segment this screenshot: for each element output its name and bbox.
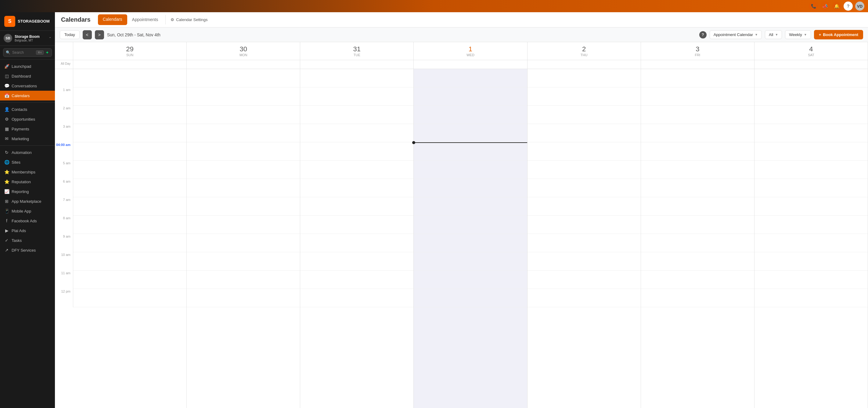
cal-cell[interactable]	[528, 234, 641, 252]
sidebar-item-mobile_app[interactable]: 📱Mobile App	[0, 206, 55, 216]
cal-cell[interactable]	[73, 142, 186, 161]
day-col-sat[interactable]	[754, 69, 868, 408]
cal-cell[interactable]	[73, 197, 186, 215]
sidebar-item-reporting[interactable]: 📈Reporting	[0, 186, 55, 196]
cal-cell[interactable]	[187, 124, 300, 142]
cal-cell[interactable]	[187, 142, 300, 161]
cal-cell[interactable]	[187, 215, 300, 234]
sidebar-item-app_marketplace[interactable]: ⊞App Marketplace	[0, 196, 55, 206]
cal-cell[interactable]	[641, 252, 754, 270]
cal-cell[interactable]	[300, 106, 413, 124]
cal-cell[interactable]	[300, 215, 413, 234]
help-icon[interactable]: ?	[844, 2, 853, 11]
cal-cell[interactable]	[300, 142, 413, 161]
cal-cell[interactable]	[300, 197, 413, 215]
cal-cell[interactable]	[414, 142, 527, 161]
day-col-fri[interactable]	[641, 69, 754, 408]
sidebar-item-plai_ads[interactable]: ▶Plai Ads	[0, 226, 55, 235]
cal-cell[interactable]	[641, 215, 754, 234]
sidebar-item-conversations[interactable]: 💬Conversations	[0, 81, 55, 91]
cal-cell[interactable]	[754, 124, 868, 142]
calendar-body[interactable]: 1 am2 am3 am04:00 am5 am6 am7 am8 am9 am…	[55, 69, 868, 408]
cal-cell[interactable]	[300, 124, 413, 142]
cal-cell[interactable]	[414, 69, 527, 87]
cal-cell[interactable]	[300, 270, 413, 289]
cal-cell[interactable]	[754, 234, 868, 252]
sidebar-item-calendars[interactable]: 📅Calendars	[0, 91, 55, 100]
sidebar-item-reputation[interactable]: ⭐Reputation	[0, 177, 55, 186]
cal-cell[interactable]	[754, 270, 868, 289]
cal-cell[interactable]	[187, 106, 300, 124]
cal-cell[interactable]	[187, 289, 300, 307]
search-input[interactable]	[12, 50, 34, 55]
cal-cell[interactable]	[528, 69, 641, 87]
cal-cell[interactable]	[414, 106, 527, 124]
cal-cell[interactable]	[300, 69, 413, 87]
cal-cell[interactable]	[300, 252, 413, 270]
cal-cell[interactable]	[187, 252, 300, 270]
cal-cell[interactable]	[187, 87, 300, 106]
cal-cell[interactable]	[641, 234, 754, 252]
cal-cell[interactable]	[414, 252, 527, 270]
tab-calendar-settings[interactable]: ⚙ Calendar Settings	[165, 15, 212, 24]
cal-cell[interactable]	[641, 69, 754, 87]
cal-cell[interactable]	[528, 197, 641, 215]
cal-cell[interactable]	[641, 289, 754, 307]
day-col-thu[interactable]	[528, 69, 641, 408]
cal-cell[interactable]	[641, 106, 754, 124]
sidebar-item-automation[interactable]: ↻Automation	[0, 147, 55, 157]
cal-cell[interactable]	[73, 69, 186, 87]
all-day-cell-sat[interactable]	[754, 60, 868, 69]
view-dropdown[interactable]: Weekly ▼	[785, 30, 811, 39]
cal-cell[interactable]	[187, 270, 300, 289]
today-button[interactable]: Today	[60, 30, 80, 39]
cal-cell[interactable]	[754, 142, 868, 161]
sidebar-item-sites[interactable]: 🌐Sites	[0, 157, 55, 167]
cal-cell[interactable]	[754, 289, 868, 307]
cal-cell[interactable]	[414, 179, 527, 197]
cal-cell[interactable]	[187, 179, 300, 197]
cal-cell[interactable]	[73, 179, 186, 197]
sidebar-item-contacts[interactable]: 👤Contacts	[0, 105, 55, 114]
cal-cell[interactable]	[300, 161, 413, 179]
cal-cell[interactable]	[528, 124, 641, 142]
cal-cell[interactable]	[414, 215, 527, 234]
cal-cell[interactable]	[73, 252, 186, 270]
cal-cell[interactable]	[414, 87, 527, 106]
cal-cell[interactable]	[73, 215, 186, 234]
cal-cell[interactable]	[641, 87, 754, 106]
all-filter-dropdown[interactable]: All ▼	[765, 30, 782, 39]
cal-cell[interactable]	[754, 197, 868, 215]
cal-cell[interactable]	[414, 124, 527, 142]
cal-cell[interactable]	[641, 124, 754, 142]
cal-cell[interactable]	[187, 161, 300, 179]
prev-arrow[interactable]: <	[83, 30, 92, 39]
cal-cell[interactable]	[73, 87, 186, 106]
cal-cell[interactable]	[187, 69, 300, 87]
cal-cell[interactable]	[414, 289, 527, 307]
cal-cell[interactable]	[300, 179, 413, 197]
all-day-cell-tue[interactable]	[300, 60, 414, 69]
cal-cell[interactable]	[754, 252, 868, 270]
cal-cell[interactable]	[754, 179, 868, 197]
cal-cell[interactable]	[73, 234, 186, 252]
calendar-filter-dropdown[interactable]: Appointment Calendar ▼	[710, 30, 762, 39]
sidebar-item-marketing[interactable]: ✉Marketing	[0, 134, 55, 144]
account-switcher[interactable]: SB Storage Boom Belgrade, MT ⌃	[0, 31, 55, 46]
cal-cell[interactable]	[641, 179, 754, 197]
cal-cell[interactable]	[300, 234, 413, 252]
cal-cell[interactable]	[414, 197, 527, 215]
help-button[interactable]: ?	[699, 31, 707, 38]
cal-cell[interactable]	[528, 161, 641, 179]
cal-cell[interactable]	[528, 87, 641, 106]
cal-cell[interactable]	[528, 215, 641, 234]
sidebar-item-memberships[interactable]: ⭐Memberships	[0, 167, 55, 177]
cal-cell[interactable]	[187, 234, 300, 252]
cal-cell[interactable]	[528, 289, 641, 307]
tab-appointments[interactable]: Appointments	[127, 13, 163, 27]
phone-icon[interactable]: 📞	[809, 2, 818, 11]
cal-cell[interactable]	[754, 106, 868, 124]
cal-cell[interactable]	[754, 87, 868, 106]
next-arrow[interactable]: >	[95, 30, 104, 39]
tab-calendars[interactable]: Calendars	[98, 14, 127, 25]
